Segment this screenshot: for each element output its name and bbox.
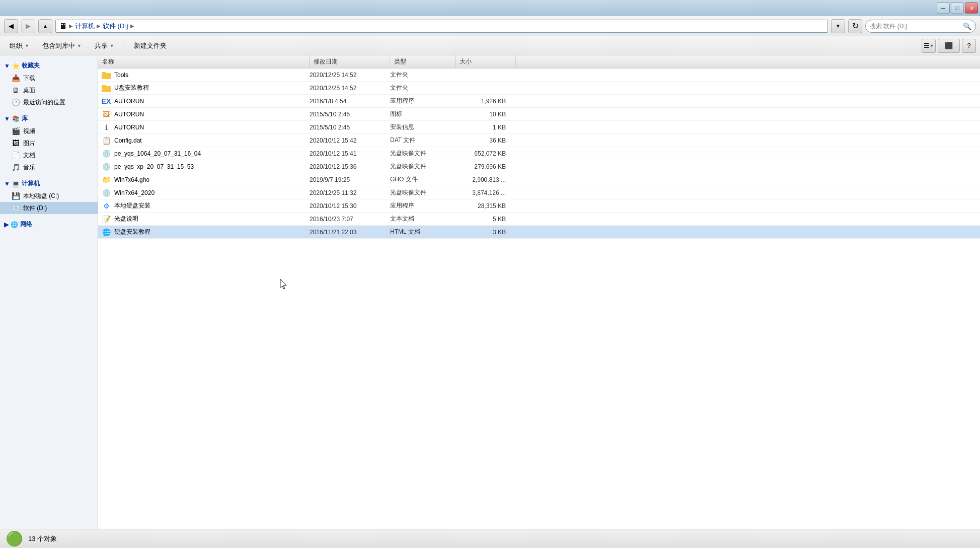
sidebar: ▼ ⭐ 收藏夹 📥 下载 🖥 桌面 🕐 最近访问的位置 ▼ 📚 库 — [0, 55, 98, 529]
local-c-label: 本地磁盘 (C:) — [23, 192, 59, 200]
network-header[interactable]: ▶ 🌐 网络 — [0, 218, 98, 231]
file-name: Config.dat — [114, 137, 142, 144]
search-icon[interactable]: 🔍 — [963, 22, 971, 30]
path-computer[interactable]: 计算机 — [75, 22, 95, 31]
sidebar-item-local-c[interactable]: 💾 本地磁盘 (C:) — [0, 190, 98, 202]
addressbar: ◀ ▶ ▲ 🖥 ▶ 计算机 ▶ 软件 (D:) ▶ ▼ ↻ 🔍 — [0, 16, 980, 36]
sidebar-item-recent[interactable]: 🕐 最近访问的位置 — [0, 96, 98, 108]
sidebar-item-download[interactable]: 📥 下载 — [0, 72, 98, 84]
music-label: 音乐 — [23, 163, 35, 172]
file-date-cell: 2016/1/8 4:54 — [310, 98, 390, 105]
table-row[interactable]: U盘安装教程 2020/12/25 14:52 文件夹 — [98, 82, 980, 95]
sidebar-item-software-d[interactable]: 💿 软件 (D:) — [0, 202, 98, 214]
path-dropdown-button[interactable]: ▼ — [831, 19, 845, 33]
forward-button[interactable]: ▶ — [21, 19, 35, 33]
path-software-d[interactable]: 软件 (D:) — [103, 22, 128, 31]
table-row[interactable]: ℹ AUTORUN 2015/5/10 2:45 安装信息 1 KB — [98, 121, 980, 134]
file-name-cell: ℹ AUTORUN — [98, 122, 310, 132]
sidebar-item-video[interactable]: 🎬 视频 — [0, 125, 98, 137]
table-row[interactable]: 📋 Config.dat 2020/10/12 15:42 DAT 文件 36 … — [98, 134, 980, 147]
column-size-header[interactable]: 大小 — [456, 55, 516, 68]
file-size-cell: 28,315 KB — [456, 202, 516, 210]
sidebar-item-doc[interactable]: 📄 文档 — [0, 149, 98, 161]
toolbar-separator — [124, 40, 124, 52]
file-size-cell: 3 KB — [456, 229, 516, 236]
file-date-cell: 2020/10/12 15:41 — [310, 150, 390, 157]
file-name-cell: 💿 pe_yqs_xp_20_07_31_15_53 — [98, 162, 310, 172]
file-size-cell: 36 KB — [456, 137, 516, 144]
column-name-label: 名称 — [102, 57, 114, 66]
share-button[interactable]: 共享 ▼ — [89, 38, 120, 53]
file-type-cell: 光盘映像文件 — [390, 188, 456, 197]
minimize-button[interactable]: ─ — [937, 3, 950, 14]
table-row[interactable]: 🖼 AUTORUN 2015/5/10 2:45 图标 10 KB — [98, 108, 980, 121]
sidebar-item-desktop[interactable]: 🖥 桌面 — [0, 84, 98, 96]
preview-button[interactable]: ⬛ — [938, 39, 960, 53]
file-name-cell: 📝 光盘说明 — [98, 214, 310, 224]
file-name-cell: ⚙ 本地硬盘安装 — [98, 201, 310, 211]
help-button[interactable]: ? — [962, 39, 976, 53]
up-button[interactable]: ▲ — [38, 19, 52, 33]
file-name: AUTORUN — [114, 111, 144, 118]
file-name: AUTORUN — [114, 124, 144, 131]
file-type-icon: 💿 — [101, 149, 111, 159]
sidebar-item-image[interactable]: 🖼 图片 — [0, 137, 98, 149]
table-row[interactable]: 💿 Win7x64_2020 2020/12/25 11:32 光盘映像文件 3… — [98, 186, 980, 199]
organize-button[interactable]: 组织 ▼ — [4, 38, 35, 53]
file-size-cell: 5 KB — [456, 216, 516, 223]
file-size-cell: 652,072 KB — [456, 150, 516, 157]
maximize-button[interactable]: □ — [951, 3, 964, 14]
computer-expand-icon: ▼ — [4, 180, 10, 187]
file-type-icon: 📋 — [101, 135, 111, 146]
file-size-cell: 10 KB — [456, 111, 516, 118]
file-name: pe_yqs_1064_20_07_31_16_04 — [114, 150, 201, 157]
table-row[interactable]: ⚙ 本地硬盘安装 2020/10/12 15:30 应用程序 28,315 KB — [98, 199, 980, 213]
table-row[interactable]: EX AUTORUN 2016/1/8 4:54 应用程序 1,926 KB — [98, 95, 980, 108]
table-row[interactable]: 📝 光盘说明 2016/10/23 7:07 文本文档 5 KB — [98, 213, 980, 226]
image-label: 图片 — [23, 139, 35, 148]
refresh-button[interactable]: ↻ — [848, 19, 862, 33]
favorites-star-icon: ⭐ — [12, 62, 20, 70]
library-label: 包含到库中 — [42, 41, 75, 50]
download-label: 下载 — [23, 74, 35, 83]
path-arrow-2: ▶ — [97, 23, 101, 29]
library-header[interactable]: ▼ 📚 库 — [0, 112, 98, 125]
library-section: ▼ 📚 库 🎬 视频 🖼 图片 📄 文档 🎵 音乐 — [0, 112, 98, 173]
column-date-header[interactable]: 修改日期 — [310, 55, 390, 68]
file-type-icon — [101, 83, 111, 93]
library-button[interactable]: 包含到库中 ▼ — [37, 38, 87, 53]
column-type-header[interactable]: 类型 — [390, 55, 456, 68]
table-row[interactable]: 🌐 硬盘安装教程 2016/11/21 22:03 HTML 文档 3 KB — [98, 226, 980, 239]
file-type-cell: 文本文档 — [390, 215, 456, 223]
file-rows-container: Tools 2020/12/25 14:52 文件夹 U盘安装教程 2020/1… — [98, 68, 980, 239]
column-name-header[interactable]: 名称 — [98, 55, 310, 68]
file-type-cell: HTML 文档 — [390, 228, 456, 236]
file-date-cell: 2019/9/7 19:25 — [310, 176, 390, 183]
file-type-cell: 应用程序 — [390, 97, 456, 105]
new-folder-button[interactable]: 新建文件夹 — [128, 38, 172, 53]
search-bar[interactable]: 🔍 — [865, 20, 976, 33]
table-row[interactable]: Tools 2020/12/25 14:52 文件夹 — [98, 68, 980, 82]
sidebar-item-music[interactable]: 🎵 音乐 — [0, 161, 98, 173]
network-section: ▶ 🌐 网络 — [0, 218, 98, 231]
close-button[interactable]: ✕ — [965, 3, 978, 14]
favorites-header[interactable]: ▼ ⭐ 收藏夹 — [0, 59, 98, 72]
local-c-icon: 💾 — [11, 191, 20, 200]
search-input[interactable] — [870, 23, 961, 30]
file-type-cell: 图标 — [390, 110, 456, 118]
file-date-cell: 2020/12/25 14:52 — [310, 85, 390, 92]
back-button[interactable]: ◀ — [4, 19, 18, 33]
network-icon: 🌐 — [11, 221, 18, 228]
file-type-cell: 文件夹 — [390, 84, 456, 92]
music-icon: 🎵 — [11, 163, 20, 172]
path-bar[interactable]: 🖥 ▶ 计算机 ▶ 软件 (D:) ▶ — [55, 20, 828, 33]
file-size-cell: 2,900,813 ... — [456, 176, 516, 183]
software-d-label: 软件 (D:) — [23, 204, 47, 213]
table-row[interactable]: 💿 pe_yqs_1064_20_07_31_16_04 2020/10/12 … — [98, 147, 980, 160]
file-list[interactable]: 名称 修改日期 类型 大小 Tools 2020/12/25 14:52 文件夹… — [98, 55, 980, 529]
view-change-button[interactable]: ☰ ▼ — [922, 39, 936, 53]
file-type-icon: EX — [101, 96, 111, 106]
table-row[interactable]: 📁 Win7x64.gho 2019/9/7 19:25 GHO 文件 2,90… — [98, 173, 980, 186]
computer-header[interactable]: ▼ 💻 计算机 — [0, 177, 98, 190]
table-row[interactable]: 💿 pe_yqs_xp_20_07_31_15_53 2020/10/12 15… — [98, 160, 980, 173]
